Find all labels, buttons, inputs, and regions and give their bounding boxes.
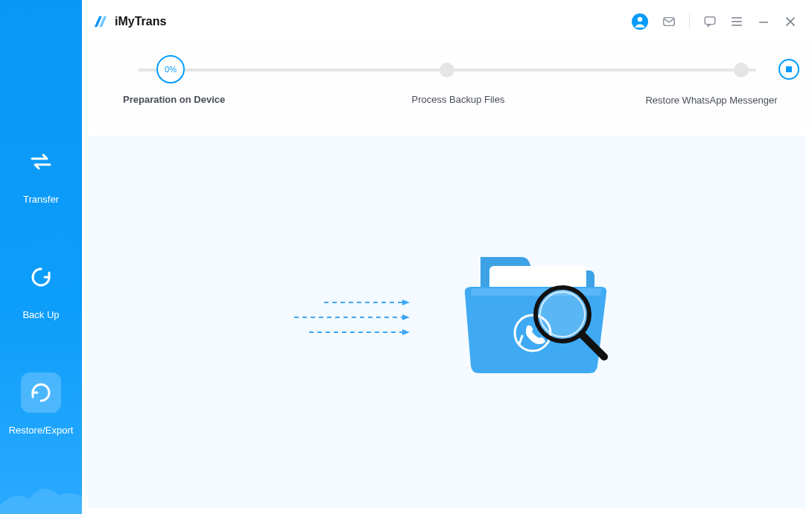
account-icon[interactable] — [631, 13, 649, 31]
divider — [689, 14, 690, 29]
step-label-2: Process Backup Files — [272, 94, 644, 107]
sidebar-item-restore-export[interactable]: Restore/Export — [9, 372, 74, 436]
sidebar-item-backup[interactable]: Back Up — [21, 257, 61, 320]
progress-percent: 0% — [165, 65, 177, 74]
illustration — [279, 244, 615, 385]
restore-export-icon — [21, 372, 61, 413]
step-marker-1: 0% — [156, 55, 185, 83]
sidebar-item-transfer[interactable]: Transfer — [21, 142, 61, 205]
svg-rect-6 — [732, 25, 742, 26]
minimize-icon[interactable] — [757, 15, 770, 28]
svg-rect-3 — [705, 17, 715, 25]
dashed-arrow-icon — [324, 299, 413, 300]
svg-rect-2 — [664, 18, 674, 26]
sidebar-item-label: Transfer — [23, 194, 59, 205]
dashed-arrow-icon — [309, 329, 413, 330]
envelope-icon[interactable] — [662, 15, 676, 28]
sidebar-item-label: Restore/Export — [9, 425, 74, 436]
svg-rect-7 — [759, 22, 768, 23]
svg-rect-4 — [732, 17, 742, 19]
folder-backup-icon — [458, 244, 615, 385]
progress-steps: 0% Preparation on Device Process Backup … — [82, 43, 812, 127]
sidebar-item-label: Back Up — [22, 309, 59, 320]
step-label-1: Preparation on Device — [115, 94, 272, 107]
cloud-decor-icon — [0, 477, 82, 514]
content-panel — [88, 136, 806, 508]
feedback-icon[interactable] — [703, 15, 717, 28]
arrows-group — [279, 299, 413, 330]
backup-icon — [21, 257, 61, 297]
sidebar: Transfer Back Up Restore/Export — [0, 0, 82, 514]
step-label-3: Restore WhatsApp Messenger — [644, 94, 778, 107]
svg-point-1 — [638, 17, 642, 22]
stop-icon — [786, 66, 792, 72]
app-title: iMyTrans — [115, 15, 166, 28]
menu-icon[interactable] — [730, 15, 743, 28]
step-marker-2 — [440, 63, 454, 77]
transfer-icon — [21, 142, 61, 182]
svg-rect-5 — [732, 21, 742, 22]
app-logo-icon — [92, 13, 109, 30]
title-bar: iMyTrans — [82, 0, 812, 43]
step-marker-3 — [734, 63, 749, 77]
dashed-arrow-icon — [294, 314, 413, 315]
stop-button[interactable] — [778, 59, 799, 80]
close-icon[interactable] — [784, 15, 797, 28]
